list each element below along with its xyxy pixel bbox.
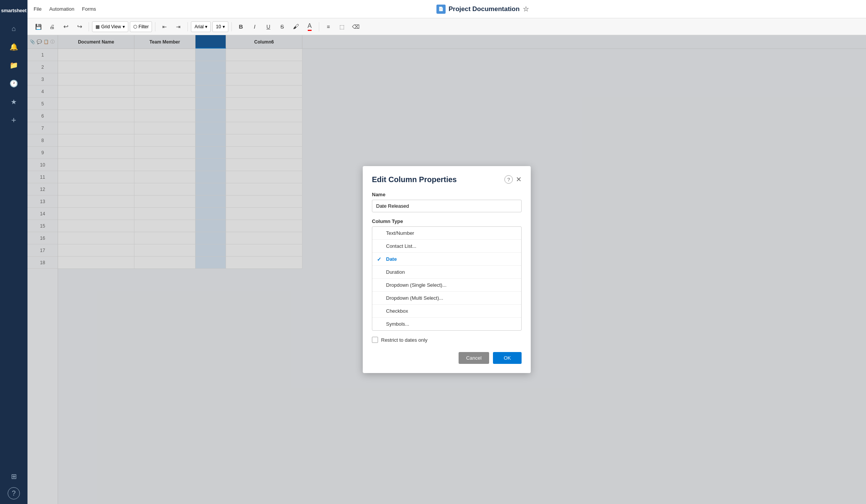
sidebar: smartsheet ⌂ 🔔 📁 🕐 ★ + ⊞ ? <box>0 0 27 504</box>
grid-icon: ▦ <box>95 24 100 29</box>
highlight-color-button[interactable]: 🖌 <box>290 21 302 32</box>
sheet-title: Project Documentation <box>449 5 520 13</box>
logo-text-smart: smartsheet <box>1 8 26 13</box>
column-type-duration-label: Duration <box>386 269 405 275</box>
grid-view-label: Grid View <box>101 24 121 29</box>
menu-bar: File Automation Forms <box>34 6 96 12</box>
print-button[interactable]: 🖨 <box>46 21 58 32</box>
menu-forms[interactable]: Forms <box>82 6 96 12</box>
column-type-text-number-label: Text/Number <box>386 230 414 236</box>
column-name-input[interactable] <box>372 200 522 212</box>
column-type-text-number[interactable]: Text/Number <box>372 227 521 240</box>
column-type-checkbox[interactable]: Checkbox <box>372 305 521 318</box>
column-type-dropdown-single[interactable]: Dropdown (Single Select)... <box>372 279 521 292</box>
indent-button[interactable]: ⇤ <box>158 21 171 32</box>
font-label: Arial <box>194 24 204 29</box>
sheet-area: 📎 💬 📋 ⓘ 1 2 3 4 5 6 7 8 9 10 11 12 13 14… <box>27 35 866 504</box>
column-type-symbols[interactable]: Symbols... <box>372 318 521 330</box>
help-button[interactable]: ? <box>504 175 513 184</box>
font-arrow: ▾ <box>205 24 207 29</box>
sidebar-item-home[interactable]: ⌂ <box>6 21 21 36</box>
undo-button[interactable]: ↩ <box>60 21 72 32</box>
column-type-duration[interactable]: Duration <box>372 266 521 279</box>
filter-dropdown[interactable]: ⬡ Filter <box>130 21 152 32</box>
underline-button[interactable]: U <box>262 21 275 32</box>
outdent-button[interactable]: ⇥ <box>172 21 184 32</box>
dropdown-arrow: ▾ <box>123 24 125 29</box>
sidebar-item-apps[interactable]: ⊞ <box>6 469 21 484</box>
column-type-dropdown-multi[interactable]: Dropdown (Multi Select)... <box>372 292 521 305</box>
sidebar-item-favorites[interactable]: ★ <box>6 94 21 110</box>
modal-header: Edit Column Properties ? ✕ <box>372 175 522 184</box>
modal-overlay: Edit Column Properties ? ✕ Name Column T… <box>27 35 866 504</box>
modal-footer: Cancel OK <box>372 352 522 364</box>
column-type-contact-list-label: Contact List... <box>386 243 416 249</box>
filter-icon: ⬡ <box>133 24 137 29</box>
sheet-title-area: 📄 Project Documentation ☆ <box>105 5 860 14</box>
divider-1 <box>89 22 89 31</box>
top-bar: File Automation Forms 📄 Project Document… <box>27 0 866 18</box>
close-button[interactable]: ✕ <box>516 176 522 183</box>
column-type-checkbox-label: Checkbox <box>386 308 408 314</box>
save-button[interactable]: 💾 <box>32 21 44 32</box>
column-type-date[interactable]: ✓ Date <box>372 253 521 266</box>
sidebar-item-recent[interactable]: 🕐 <box>6 76 21 91</box>
redo-button[interactable]: ↪ <box>73 21 86 32</box>
divider-3 <box>187 22 188 31</box>
grid-view-dropdown[interactable]: ▦ Grid View ▾ <box>92 21 128 32</box>
star-icon[interactable]: ☆ <box>523 5 529 13</box>
font-dropdown[interactable]: Arial ▾ <box>191 21 211 32</box>
align-button[interactable]: ≡ <box>322 21 334 32</box>
column-type-list: Text/Number Contact List... ✓ Date Durat… <box>372 226 522 331</box>
text-color-button[interactable]: A <box>304 21 316 32</box>
restrict-checkbox[interactable] <box>372 337 378 343</box>
ok-button[interactable]: OK <box>493 352 522 364</box>
erase-button[interactable]: ⌫ <box>350 21 362 32</box>
edit-column-modal: Edit Column Properties ? ✕ Name Column T… <box>363 166 531 373</box>
restrict-label: Restrict to dates only <box>381 337 427 343</box>
size-arrow: ▾ <box>223 24 225 29</box>
main-content: File Automation Forms 📄 Project Document… <box>27 0 866 504</box>
column-type-symbols-label: Symbols... <box>386 321 409 327</box>
sidebar-item-add[interactable]: + <box>6 113 21 128</box>
modal-controls: ? ✕ <box>504 175 522 184</box>
divider-2 <box>155 22 155 31</box>
column-type-contact-list[interactable]: Contact List... <box>372 240 521 253</box>
filter-label: Filter <box>139 24 149 29</box>
sheet-icon: 📄 <box>436 5 446 14</box>
column-type-date-label: Date <box>386 256 397 262</box>
sidebar-item-help[interactable]: ? <box>8 487 20 499</box>
size-dropdown[interactable]: 10 ▾ <box>212 21 228 32</box>
name-label: Name <box>372 192 522 197</box>
app-logo: smartsheet <box>0 5 28 18</box>
divider-5 <box>319 22 319 31</box>
divider-4 <box>231 22 232 31</box>
sidebar-item-browse[interactable]: 📁 <box>6 58 21 73</box>
size-label: 10 <box>216 24 221 29</box>
menu-file[interactable]: File <box>34 6 42 12</box>
strikethrough-button[interactable]: S <box>276 21 288 32</box>
column-type-dropdown-single-label: Dropdown (Single Select)... <box>386 282 446 288</box>
modal-title: Edit Column Properties <box>372 175 457 184</box>
restrict-row: Restrict to dates only <box>372 337 522 343</box>
menu-automation[interactable]: Automation <box>49 6 74 12</box>
column-type-label: Column Type <box>372 218 522 224</box>
checkmark-icon: ✓ <box>377 256 381 262</box>
cancel-button[interactable]: Cancel <box>459 352 489 364</box>
column-type-dropdown-multi-label: Dropdown (Multi Select)... <box>386 295 443 301</box>
wrap-button[interactable]: ⬚ <box>336 21 348 32</box>
toolbar: 💾 🖨 ↩ ↪ ▦ Grid View ▾ ⬡ Filter ⇤ ⇥ Arial… <box>27 18 866 35</box>
italic-button[interactable]: I <box>249 21 261 32</box>
bold-button[interactable]: B <box>235 21 247 32</box>
sidebar-item-notifications[interactable]: 🔔 <box>6 39 21 55</box>
